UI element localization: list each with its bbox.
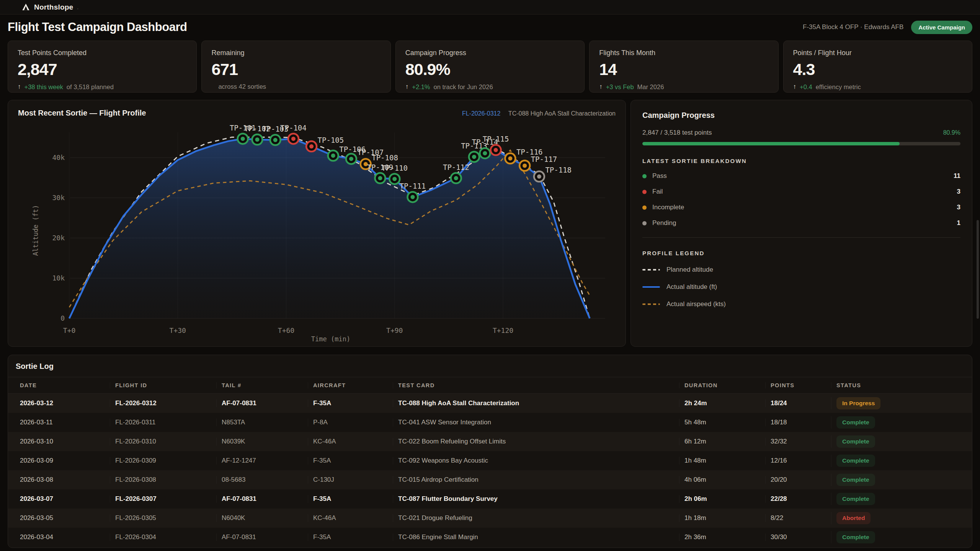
kpi-label: Points / Flight Hour [793,49,962,57]
active-campaign-badge: Active Campaign [911,21,972,34]
cell-duration: 4h 06m [679,476,765,484]
legend-line-swatch-icon [642,303,660,305]
kpi-note: on track for Jun 2026 [434,83,493,91]
status-badge: Complete [836,455,875,467]
svg-text:TP-112: TP-112 [443,163,469,171]
svg-text:Time (min): Time (min) [311,335,350,343]
breakdown-count: 3 [957,204,960,211]
campaign-progress-bar [642,142,960,145]
cell-tail: AF-07-0831 [216,533,308,541]
status-badge: Complete [836,531,875,543]
kpi-card: Remaining 671 across 42 sorties [201,41,390,93]
cell-flight-id: FL-2026-0309 [110,457,216,465]
up-arrow-icon: ↑ [599,83,603,91]
status-dot-icon [642,221,647,225]
legend-heading: PROFILE LEGEND [642,250,960,256]
svg-text:TP-115: TP-115 [483,135,509,143]
legend-line-swatch-icon [642,269,660,271]
cell-flight-id: FL-2026-0310 [110,438,216,445]
table-row[interactable]: 2026-03-11 FL-2026-0311 N853TA P-8A TC-0… [8,413,972,432]
kpi-value: 14 [599,60,768,79]
cell-aircraft: C-130J [308,476,393,484]
test-point-marker-TP-118[interactable]: TP-118 [534,166,572,182]
breakdown-label: Incomplete [652,204,684,211]
cell-tail: N853TA [216,419,308,426]
test-point-marker-TP-105[interactable]: TP-105 [306,136,344,152]
kpi-value: 4.3 [793,60,962,79]
svg-text:30k: 30k [52,194,65,202]
cell-aircraft: F-35A [308,533,393,541]
cell-tail: AF-07-0831 [216,495,308,503]
sortie-log-title: Sortie Log [8,362,972,371]
column-header[interactable]: STATUS [831,382,972,388]
table-row[interactable]: 2026-03-08 FL-2026-0308 08-5683 C-130J T… [8,470,972,489]
cell-test-card: TC-021 Drogue Refueling [393,514,679,522]
status-badge: In Progress [836,397,880,409]
cell-points: 18/18 [765,419,831,426]
table-row[interactable]: 2026-03-10 FL-2026-0310 N6039K KC-46A TC… [8,432,972,451]
table-row[interactable]: 2026-03-09 FL-2026-0309 AF-12-1247 F-35A… [8,451,972,470]
cell-aircraft: KC-46A [308,514,393,522]
kpi-delta: +0.4 [800,83,812,91]
cell-test-card: TC-088 High AoA Stall Characterization [393,399,679,407]
breakdown-label: Fail [652,188,663,196]
svg-text:40k: 40k [52,153,65,161]
column-header[interactable]: TAIL # [216,382,308,388]
sortie-log-body: 2026-03-12 FL-2026-0312 AF-07-0831 F-35A… [8,394,972,547]
kpi-label: Test Points Completed [18,49,187,57]
top-bar: Northslope . [0,0,980,15]
campaign-progress-panel: Campaign Progress 2,847 / 3,518 test poi… [630,100,972,347]
cell-flight-id: FL-2026-0305 [110,514,216,522]
up-arrow-icon: ↑ [793,83,797,91]
cell-test-card: TC-041 ASW Sensor Integration [393,419,679,426]
kpi-delta: +2.1% [412,83,430,91]
kpi-label: Flights This Month [599,49,768,57]
column-header[interactable]: POINTS [765,382,831,388]
legend-label: Planned altitude [666,266,713,274]
breakdown-row: Pending 1 [642,219,960,227]
svg-text:TP-111: TP-111 [400,182,426,190]
svg-text:20k: 20k [52,234,65,242]
sortie-log-card: Sortie Log DATEFLIGHT IDTAIL #AIRCRAFTTE… [8,355,972,548]
profile-legend-list: Planned altitude Actual altitude (ft) Ac… [642,266,960,308]
cell-date: 2026-03-12 [8,399,110,407]
cell-test-card: TC-092 Weapons Bay Acoustic [393,457,679,465]
cell-tail: AF-12-1247 [216,457,308,465]
table-row[interactable]: 2026-03-12 FL-2026-0312 AF-07-0831 F-35A… [8,394,972,413]
cell-duration: 2h 06m [679,495,765,503]
cell-points: 20/20 [765,476,831,484]
status-badge: Complete [836,416,875,429]
kpi-delta: +38 this week [24,83,63,91]
table-row[interactable]: 2026-03-05 FL-2026-0305 N6040K KC-46A TC… [8,509,972,528]
table-row[interactable]: 2026-03-04 FL-2026-0304 AF-07-0831 F-35A… [8,528,972,547]
breakdown-count: 11 [954,172,960,180]
table-row[interactable]: 2026-03-07 FL-2026-0307 AF-07-0831 F-35A… [8,489,972,509]
cell-flight-id: FL-2026-0312 [110,399,216,407]
campaign-progress-fill [642,142,900,145]
cell-aircraft: P-8A [308,419,393,426]
campaign-progress-title: Campaign Progress [642,111,960,120]
breakdown-row: Pass 11 [642,172,960,180]
kpi-label: Remaining [211,49,381,57]
status-badge: Complete [836,435,875,448]
cell-duration: 2h 36m [679,533,765,541]
column-header[interactable]: DATE [8,382,110,388]
kpi-note: of 3,518 planned [67,83,114,91]
column-header[interactable]: DURATION [679,382,765,388]
cell-date: 2026-03-08 [8,476,110,484]
sortie-breakdown-list: Pass 11 Fail 3 Incomplete 3 Pending 1 [642,172,960,227]
kpi-note: Mar 2026 [637,83,664,91]
column-header[interactable]: FLIGHT ID [110,382,216,388]
breakdown-label: Pending [652,219,676,227]
cell-test-card: TC-086 Engine Stall Margin [393,533,679,541]
cell-date: 2026-03-07 [8,495,110,503]
cell-aircraft: F-35A [308,495,393,503]
svg-text:T+60: T+60 [278,326,294,334]
cell-test-card: TC-087 Flutter Boundary Survey [393,495,679,503]
column-header[interactable]: TEST CARD [393,382,679,388]
svg-text:T+0: T+0 [63,326,76,334]
cell-tail: AF-07-0831 [216,399,308,407]
scrollbar-thumb[interactable] [977,220,979,319]
cell-points: 22/28 [765,495,831,503]
column-header[interactable]: AIRCRAFT [308,382,393,388]
